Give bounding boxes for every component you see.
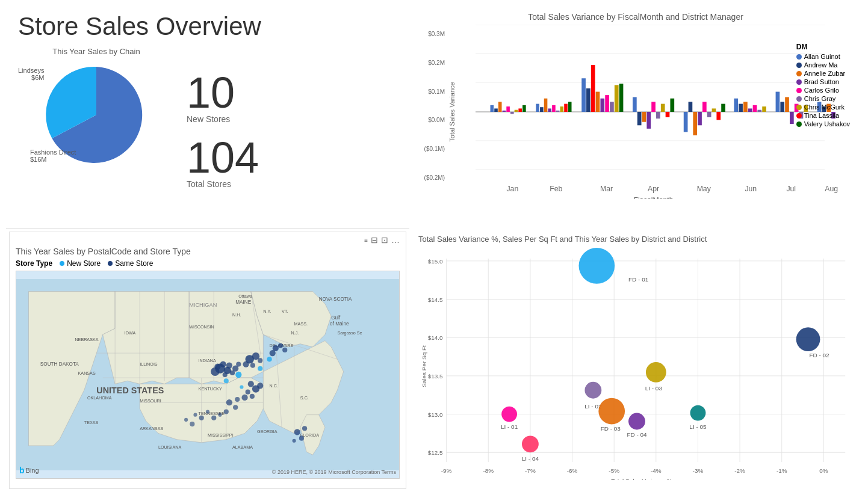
svg-rect-7 [491, 105, 494, 112]
svg-rect-42 [670, 99, 674, 112]
svg-text:FD - 01: FD - 01 [628, 276, 649, 283]
svg-point-161 [235, 397, 240, 402]
map-legend-title: Store Type [16, 259, 52, 268]
svg-rect-43 [684, 112, 688, 132]
svg-rect-35 [637, 112, 642, 125]
svg-rect-45 [693, 112, 697, 135]
svg-point-163 [233, 405, 238, 410]
svg-text:-5%: -5% [609, 467, 619, 474]
legend-dot-tina [796, 113, 802, 118]
svg-rect-60 [780, 102, 784, 112]
svg-text:SOUTH DAKOTA: SOUTH DAKOTA [40, 361, 79, 367]
svg-rect-50 [716, 112, 721, 120]
svg-text:ALABAMA: ALABAMA [232, 445, 253, 450]
pie-container: Lindseys$6M Fashions Direct$16M [36, 61, 157, 169]
scatter-area: $15.0 $14.5 $14.0 $13.5 $13.0 $12.5 [418, 247, 853, 480]
legend-dot-valery [796, 121, 802, 127]
svg-rect-8 [494, 108, 498, 112]
svg-rect-46 [698, 112, 702, 125]
svg-text:MAINE: MAINE [235, 300, 251, 305]
svg-text:OKLAHOMA: OKLAHOMA [87, 396, 112, 401]
toolbar-fullscreen-icon[interactable]: ⊡ [381, 235, 388, 245]
bar-chart-title: Total Sales Variance by FiscalMonth and … [418, 12, 853, 22]
toolbar-expand-icon[interactable]: ≡ [364, 237, 368, 244]
svg-text:NOVA SCOTIA: NOVA SCOTIA [319, 297, 352, 302]
legend-dot-allan [796, 54, 802, 60]
svg-text:N.Y.: N.Y. [263, 309, 271, 314]
map-dot-same-store [108, 261, 113, 266]
toolbar-filter-icon[interactable]: ⊟ [371, 235, 378, 245]
svg-text:$12.5: $12.5 [428, 449, 443, 456]
svg-point-140 [226, 362, 232, 368]
bottom-right-panel: Total Sales Variance %, Sales Per Sq Ft … [409, 229, 862, 492]
svg-text:-1%: -1% [777, 467, 787, 474]
legend-item-chris-gray: Chris Gray [796, 95, 850, 102]
svg-text:UNITED STATES: UNITED STATES [96, 386, 164, 395]
svg-text:FD - 04: FD - 04 [627, 431, 647, 438]
svg-text:NEBRASKA: NEBRASKA [75, 337, 98, 342]
svg-point-144 [236, 361, 241, 366]
y-axis-labels: $0.3M $0.2M $0.1M $0.0M ($0.1M) ($0.2M) [418, 25, 447, 199]
svg-point-171 [184, 418, 188, 422]
bubble-fd01 [578, 248, 615, 284]
svg-rect-12 [510, 112, 514, 114]
svg-point-175 [267, 357, 271, 361]
svg-rect-30 [605, 95, 609, 112]
svg-text:Total Sales Variance %: Total Sales Variance % [611, 478, 672, 480]
svg-text:LI - 04: LI - 04 [522, 455, 539, 462]
legend-item-andrew: Andrew Ma [796, 61, 850, 69]
pie-label-fashions: Fashions Direct$16M [30, 149, 76, 163]
svg-point-178 [299, 436, 304, 441]
svg-point-155 [248, 381, 254, 387]
svg-rect-31 [610, 102, 614, 112]
bubble-li01 [501, 407, 517, 422]
svg-rect-20 [552, 105, 556, 112]
svg-rect-37 [646, 112, 651, 129]
svg-rect-25 [581, 78, 586, 112]
svg-text:-4%: -4% [651, 467, 662, 474]
svg-rect-36 [642, 112, 646, 122]
svg-rect-58 [762, 106, 766, 112]
bubble-li05 [690, 405, 706, 421]
pie-label-lindseys: Lindseys$6M [18, 67, 44, 81]
svg-text:-3%: -3% [693, 467, 704, 474]
svg-text:Jun: Jun [745, 185, 757, 193]
svg-rect-52 [734, 99, 738, 112]
toolbar-more-icon[interactable]: … [391, 235, 400, 245]
svg-text:IOWA: IOWA [125, 331, 136, 336]
svg-point-150 [250, 363, 255, 368]
svg-rect-22 [560, 106, 564, 112]
bar-chart-svg: Jan Feb Mar Apr May Jun Jul Aug FiscalMo… [447, 25, 853, 199]
legend-item-allan: Allan Guinot [796, 53, 850, 60]
legend-dot-andrew [796, 63, 802, 68]
svg-point-158 [257, 383, 263, 389]
svg-text:LI - 01: LI - 01 [501, 423, 518, 430]
map-legend: Store Type New Store Same Store [16, 259, 400, 268]
svg-text:Sales Per Sq Ft: Sales Per Sq Ft [421, 345, 427, 387]
svg-text:Ottawa: Ottawa [238, 294, 252, 299]
svg-point-172 [235, 372, 241, 378]
bar-chart-area: Total Sales Variance [447, 25, 853, 199]
svg-rect-48 [707, 112, 711, 117]
svg-text:of Maine: of Maine [330, 321, 349, 327]
svg-point-166 [211, 416, 216, 420]
svg-text:MISSOURI: MISSOURI [140, 399, 161, 404]
svg-point-152 [278, 343, 283, 348]
bottom-left-panel: ≡ ⊟ ⊡ … This Year Sales by PostalCode an… [9, 232, 406, 489]
svg-text:Apr: Apr [648, 185, 659, 193]
svg-text:FiscalMonth: FiscalMonth [634, 196, 674, 199]
map-svg: SOUTH DAKOTA NEBRASKA KANSAS OKLAHOMA TE… [16, 271, 399, 478]
svg-point-169 [193, 413, 197, 417]
svg-text:$15.0: $15.0 [428, 258, 443, 265]
svg-rect-32 [615, 85, 619, 112]
svg-text:GEORGIA: GEORGIA [257, 429, 277, 434]
stat-new-stores: 10 New Stores [187, 71, 397, 124]
svg-point-138 [220, 361, 226, 367]
svg-point-170 [190, 422, 194, 426]
svg-point-177 [294, 429, 300, 435]
svg-text:$13.0: $13.0 [428, 411, 443, 418]
svg-text:INDIANA: INDIANA [199, 358, 216, 363]
svg-point-179 [293, 439, 296, 443]
svg-point-148 [243, 361, 249, 367]
svg-text:TEXAS: TEXAS [84, 420, 99, 425]
